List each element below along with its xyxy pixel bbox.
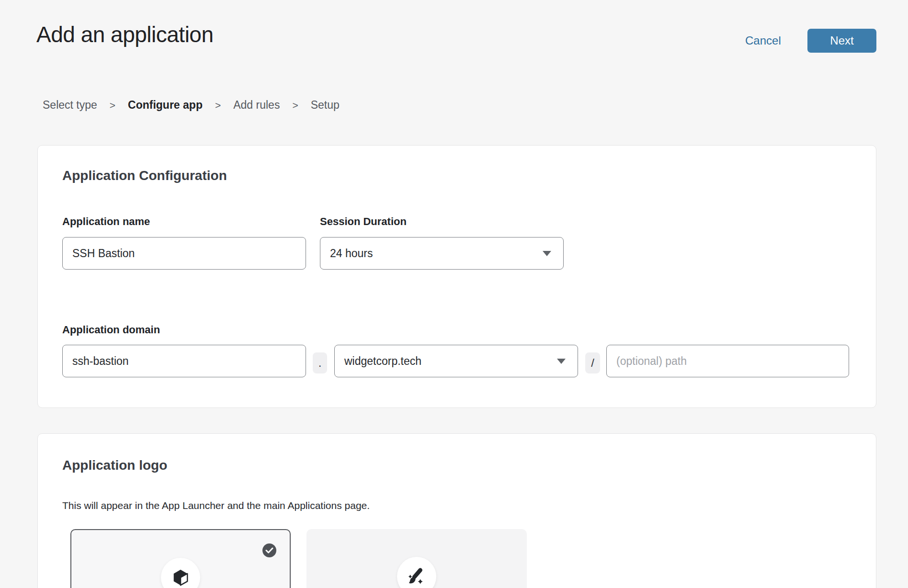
application-configuration-heading: Application Configuration (62, 168, 227, 183)
add-application-page: Add an application Cancel Next Select ty… (0, 0, 908, 588)
chevron-down-icon (542, 250, 552, 257)
breadcrumb-separator: > (292, 100, 298, 111)
selected-check-badge (262, 543, 276, 557)
page-title: Add an application (36, 22, 214, 47)
application-logo-description: This will appear in the App Launcher and… (62, 500, 370, 511)
breadcrumb-separator: > (110, 100, 115, 111)
breadcrumb-step-add-rules[interactable]: Add rules (233, 99, 280, 112)
application-name-input[interactable] (62, 237, 306, 270)
breadcrumb-step-setup[interactable]: Setup (311, 99, 340, 112)
checkmark-icon (265, 547, 273, 554)
breadcrumb-separator: > (215, 100, 221, 111)
session-duration-value: 24 hours (330, 247, 373, 260)
application-configuration-card: Application Configuration Application na… (37, 145, 876, 408)
application-domain-label: Application domain (62, 324, 160, 336)
cube-icon (171, 568, 190, 587)
slash-separator: / (585, 352, 600, 373)
next-button[interactable]: Next (807, 29, 876, 53)
breadcrumb-step-select-type[interactable]: Select type (43, 99, 97, 112)
custom-logo-option[interactable] (306, 529, 527, 588)
chevron-down-icon (556, 358, 566, 364)
path-input[interactable] (606, 345, 849, 377)
custom-logo-circle (397, 557, 436, 588)
breadcrumb-step-configure-app[interactable]: Configure app (128, 99, 203, 112)
default-logo-circle (161, 558, 200, 588)
application-logo-heading: Application logo (62, 458, 167, 473)
cancel-button[interactable]: Cancel (745, 34, 781, 47)
domain-value: widgetcorp.tech (344, 355, 421, 368)
default-logo-option[interactable] (70, 529, 291, 588)
dot-separator: . (313, 352, 327, 373)
session-duration-label: Session Duration (320, 215, 407, 228)
subdomain-input[interactable] (62, 345, 306, 377)
domain-select[interactable]: widgetcorp.tech (334, 345, 578, 377)
paintbrush-icon (407, 566, 427, 587)
application-logo-card: Application logo This will appear in the… (37, 433, 876, 588)
session-duration-select[interactable]: 24 hours (320, 237, 564, 270)
application-name-label: Application name (62, 215, 150, 228)
breadcrumb: Select type > Configure app > Add rules … (43, 99, 340, 112)
